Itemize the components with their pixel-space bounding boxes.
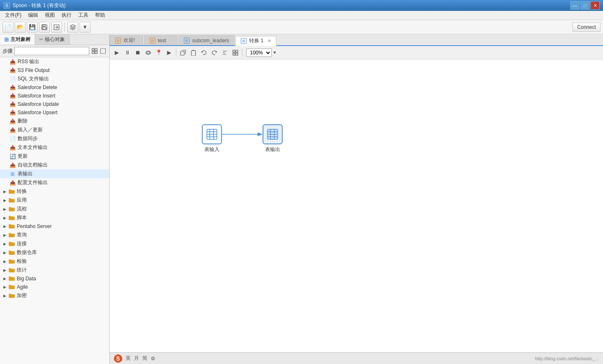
dropdown-button[interactable]: ▼ [80, 22, 90, 33]
minimize-button[interactable]: — [570, 1, 580, 10]
window-title: Spoon - 转换 1 (有变动) [13, 2, 66, 9]
folder-expand-icon: ▶ [2, 276, 8, 282]
list-item-folder-query[interactable]: ▶ 查询 [0, 231, 109, 239]
table-input-icon[interactable] [202, 124, 222, 144]
layers-button[interactable] [67, 22, 78, 33]
list-item[interactable]: 📤 配置文件输出 [0, 178, 109, 187]
list-item[interactable]: 📤 删除 [0, 117, 109, 126]
tree-expand [3, 76, 8, 82]
paste-button[interactable] [189, 48, 198, 57]
menu-tools[interactable]: 工具 [75, 11, 92, 20]
tree-container[interactable]: 📤 RSS 输出 📤 S3 File Output 📄 SQL 文件输出 📤 S… [0, 57, 109, 364]
export-button[interactable] [51, 22, 62, 33]
left-panel: ⊞ 主对象树 ✏ 核心对象 步骤 [0, 34, 110, 364]
zoom-select[interactable]: 50% 75% 100% 125% 150% 200% [246, 49, 272, 57]
menu-edit[interactable]: 编辑 [25, 11, 41, 20]
list-item-folder-app[interactable]: ▶ 应用 [0, 196, 109, 205]
list-item[interactable]: 📤 Salesforce Delete [0, 83, 109, 92]
stop-button[interactable]: ⏹ [133, 48, 142, 57]
run-button[interactable]: ▶ [112, 48, 121, 57]
list-item-folder-transform[interactable]: ▶ 转换 [0, 187, 109, 196]
undo-button[interactable] [199, 48, 209, 57]
sf-upsert-icon: 📤 [9, 109, 16, 116]
table-output-icon[interactable] [263, 124, 283, 144]
list-item-folder-flow[interactable]: ▶ 流程 [0, 205, 109, 213]
open-button[interactable]: 📂 [15, 22, 26, 33]
tree-item-label: 查询 [17, 231, 27, 238]
maximize-button[interactable]: □ [580, 1, 590, 10]
menu-run[interactable]: 执行 [58, 11, 75, 20]
list-item-table-output[interactable]: ⊞ 表输出 [0, 169, 109, 178]
list-item[interactable]: 📄 数据同步 [0, 134, 109, 143]
status-left: S 英 月 简 ⚙ [114, 354, 155, 363]
list-item[interactable]: 📤 Salesforce Update [0, 100, 109, 108]
connect-button[interactable]: Connect [572, 23, 600, 32]
canvas-area[interactable]: 表输入 表输出 [110, 59, 603, 352]
save-as-button[interactable] [39, 22, 50, 33]
list-item[interactable]: 📤 文本文件输出 [0, 143, 109, 152]
list-item-folder-agile[interactable]: ▶ Agile [0, 283, 109, 291]
canvas-arrows [110, 59, 603, 352]
preview-button[interactable] [144, 48, 153, 57]
collapse-all-icon[interactable] [99, 47, 107, 55]
tab-transform1[interactable]: ⊞ 转换 1 ✕ [235, 36, 276, 46]
list-item-folder-pentaho[interactable]: ▶ Pentaho Server [0, 222, 109, 231]
status-url: http://blog.csdn.net/fantastic_... [535, 356, 599, 361]
menu-view[interactable]: 视图 [41, 11, 58, 20]
menu-file[interactable]: 文件(F) [2, 11, 25, 20]
redo-button[interactable] [210, 48, 219, 57]
table-output-node[interactable]: 表输出 [263, 124, 283, 153]
list-item-folder-verify[interactable]: ▶ 检验 [0, 257, 109, 266]
svg-rect-10 [191, 51, 196, 56]
folder-icon [8, 258, 15, 265]
step-run-button[interactable]: ▶ [165, 48, 174, 57]
list-item[interactable]: 📤 Salesforce Insert [0, 92, 109, 100]
expand-all-icon[interactable] [91, 47, 98, 55]
sf-delete-icon: 📤 [9, 84, 16, 91]
tree-expand [3, 110, 8, 115]
align-button[interactable] [220, 48, 229, 57]
tab-welcome[interactable]: ⊞ 欢迎! [110, 35, 143, 45]
tab-subcom[interactable]: ⊞ subcom_leaders [178, 35, 234, 45]
list-item-folder-script[interactable]: ▶ 脚本 [0, 213, 109, 222]
list-item[interactable]: 📤 自动文档输出 [0, 161, 109, 169]
tab-core-objects[interactable]: ✏ 核心对象 [35, 34, 70, 45]
search-input[interactable] [14, 47, 89, 55]
list-item[interactable]: 📤 插入／更新 [0, 126, 109, 134]
pause-button[interactable]: ⏸ [123, 48, 132, 57]
new-button[interactable]: 📄 [3, 22, 13, 33]
folder-expand-icon: ▶ [2, 250, 8, 256]
list-item-folder-stats[interactable]: ▶ 统计 [0, 266, 109, 274]
close-button[interactable]: ✕ [590, 1, 600, 10]
pin-button[interactable]: 📍 [154, 48, 163, 57]
list-item[interactable]: 📤 Salesforce Upsert [0, 108, 109, 117]
folder-icon [8, 206, 15, 213]
status-lang-en: 英 [126, 355, 131, 362]
folder-expand-icon: ▶ [2, 232, 8, 238]
list-item-folder-connection[interactable]: ▶ 连接 [0, 239, 109, 248]
list-item[interactable]: 📄 SQL 文件输出 [0, 74, 109, 83]
tab-test[interactable]: ⊞ test [144, 35, 178, 45]
list-item[interactable]: 📤 RSS 输出 [0, 57, 109, 66]
save-button[interactable]: 💾 [27, 22, 38, 33]
status-settings-icon[interactable]: ⚙ [151, 356, 155, 361]
tree-expand [3, 162, 8, 168]
list-item-folder-dw[interactable]: ▶ 数据仓库 [0, 248, 109, 257]
menu-help[interactable]: 帮助 [92, 11, 108, 20]
list-item[interactable]: 📤 S3 File Output [0, 66, 109, 74]
copy-button[interactable] [178, 48, 188, 57]
tab-close-icon[interactable]: ✕ [268, 38, 271, 43]
folder-icon [8, 267, 15, 274]
grid-button[interactable] [231, 48, 240, 57]
tree-item-label: 应用 [17, 197, 27, 204]
table-input-node[interactable]: 表输入 [202, 124, 222, 153]
list-item[interactable]: 🔄 更新 [0, 152, 109, 161]
folder-expand-icon: ▶ [2, 241, 8, 247]
search-label: 步骤 [3, 48, 13, 55]
list-item-folder-bigdata[interactable]: ▶ Big Data [0, 274, 109, 283]
right-panel: ⊞ 欢迎! ⊞ test ⊞ subcom_leaders ⊞ 转换 1 ✕ ▶… [110, 34, 603, 364]
list-item-folder-encrypt[interactable]: ▶ 加密 [0, 291, 109, 300]
tab-main-objects[interactable]: ⊞ 主对象树 [0, 34, 35, 45]
tree-item-label: 检验 [17, 258, 27, 265]
tree-item-label: 插入／更新 [18, 126, 43, 133]
